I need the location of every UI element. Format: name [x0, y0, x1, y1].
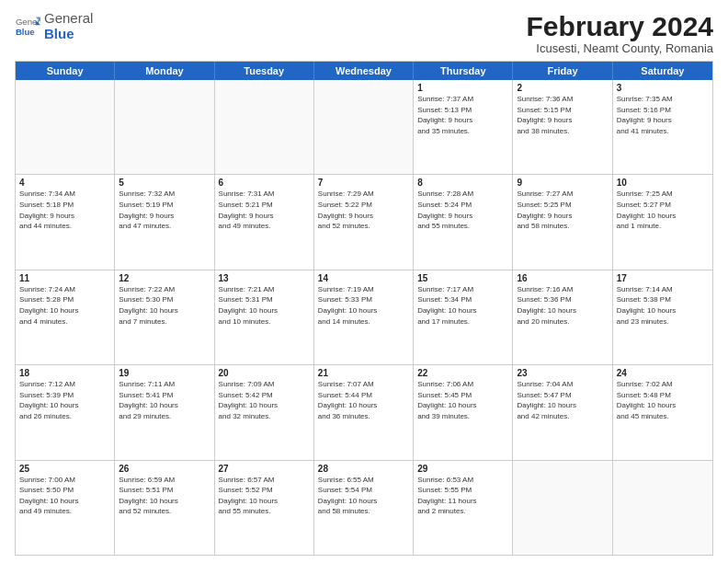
subtitle: Icusesti, Neamt County, Romania: [527, 41, 713, 55]
logo-general: General: [44, 11, 93, 27]
calendar-cell: 26Sunrise: 6:59 AM Sunset: 5:51 PM Dayli…: [115, 461, 214, 555]
calendar-cell: 14Sunrise: 7:19 AM Sunset: 5:33 PM Dayli…: [314, 270, 414, 364]
calendar-cell: 9Sunrise: 7:27 AM Sunset: 5:25 PM Daylig…: [513, 175, 612, 269]
day-number: 27: [219, 464, 310, 474]
day-info: Sunrise: 7:07 AM Sunset: 5:44 PM Dayligh…: [318, 379, 409, 421]
day-number: 20: [219, 368, 310, 378]
calendar-week: 4Sunrise: 7:34 AM Sunset: 5:18 PM Daylig…: [16, 175, 712, 270]
logo-icon: General Blue: [15, 14, 40, 40]
calendar-cell: 17Sunrise: 7:14 AM Sunset: 5:38 PM Dayli…: [613, 270, 712, 364]
calendar-header-row: SundayMondayTuesdayWednesdayThursdayFrid…: [16, 62, 712, 80]
day-info: Sunrise: 7:36 AM Sunset: 5:15 PM Dayligh…: [517, 94, 608, 136]
day-number: 25: [19, 464, 110, 474]
day-number: 8: [417, 178, 508, 188]
calendar-cell: 11Sunrise: 7:24 AM Sunset: 5:28 PM Dayli…: [16, 270, 115, 364]
calendar-cell: [215, 80, 314, 174]
day-info: Sunrise: 6:59 AM Sunset: 5:51 PM Dayligh…: [119, 475, 210, 517]
calendar-week: 11Sunrise: 7:24 AM Sunset: 5:28 PM Dayli…: [16, 270, 712, 365]
calendar-cell: 13Sunrise: 7:21 AM Sunset: 5:31 PM Dayli…: [215, 270, 314, 364]
calendar-cell: 25Sunrise: 7:00 AM Sunset: 5:50 PM Dayli…: [16, 461, 115, 555]
calendar-cell: [513, 461, 612, 555]
calendar-week: 1Sunrise: 7:37 AM Sunset: 5:13 PM Daylig…: [16, 80, 712, 175]
day-number: 12: [119, 273, 210, 283]
calendar-cell: 19Sunrise: 7:11 AM Sunset: 5:41 PM Dayli…: [115, 365, 214, 459]
day-number: 26: [119, 464, 210, 474]
day-number: 3: [617, 83, 709, 93]
day-info: Sunrise: 7:27 AM Sunset: 5:25 PM Dayligh…: [517, 189, 608, 231]
day-info: Sunrise: 6:57 AM Sunset: 5:52 PM Dayligh…: [219, 475, 310, 517]
day-number: 11: [19, 273, 110, 283]
calendar-cell: 6Sunrise: 7:31 AM Sunset: 5:21 PM Daylig…: [215, 175, 314, 269]
day-info: Sunrise: 7:17 AM Sunset: 5:34 PM Dayligh…: [417, 284, 508, 327]
day-info: Sunrise: 7:22 AM Sunset: 5:30 PM Dayligh…: [119, 284, 210, 327]
day-number: 16: [517, 273, 608, 283]
day-number: 7: [318, 178, 409, 188]
day-number: 28: [318, 464, 409, 474]
calendar-cell: 2Sunrise: 7:36 AM Sunset: 5:15 PM Daylig…: [513, 80, 612, 174]
calendar: SundayMondayTuesdayWednesdayThursdayFrid…: [15, 61, 713, 556]
day-number: 1: [417, 83, 508, 93]
logo: General Blue General Blue: [15, 11, 93, 41]
calendar-header-cell: Saturday: [613, 62, 712, 80]
svg-text:Blue: Blue: [16, 26, 35, 36]
calendar-cell: 24Sunrise: 7:02 AM Sunset: 5:48 PM Dayli…: [613, 365, 712, 459]
calendar-header-cell: Wednesday: [314, 62, 414, 80]
day-number: 17: [617, 273, 709, 283]
day-number: 14: [318, 273, 409, 283]
main-title: February 2024: [527, 11, 713, 41]
day-number: 21: [318, 368, 409, 378]
calendar-cell: 23Sunrise: 7:04 AM Sunset: 5:47 PM Dayli…: [513, 365, 612, 459]
calendar-cell: [16, 80, 115, 174]
calendar-cell: 1Sunrise: 7:37 AM Sunset: 5:13 PM Daylig…: [414, 80, 513, 174]
calendar-header-cell: Thursday: [414, 62, 513, 80]
day-number: 24: [617, 368, 709, 378]
day-info: Sunrise: 7:29 AM Sunset: 5:22 PM Dayligh…: [318, 189, 409, 231]
day-info: Sunrise: 7:37 AM Sunset: 5:13 PM Dayligh…: [417, 94, 508, 136]
day-info: Sunrise: 7:14 AM Sunset: 5:38 PM Dayligh…: [617, 284, 709, 327]
day-number: 4: [19, 178, 110, 188]
day-info: Sunrise: 7:25 AM Sunset: 5:27 PM Dayligh…: [617, 189, 709, 231]
day-number: 15: [417, 273, 508, 283]
calendar-cell: 21Sunrise: 7:07 AM Sunset: 5:44 PM Dayli…: [314, 365, 414, 459]
calendar-cell: 27Sunrise: 6:57 AM Sunset: 5:52 PM Dayli…: [215, 461, 314, 555]
header: General Blue General Blue February 2024 …: [15, 11, 713, 55]
day-number: 5: [119, 178, 210, 188]
day-number: 22: [417, 368, 508, 378]
calendar-week: 25Sunrise: 7:00 AM Sunset: 5:50 PM Dayli…: [16, 461, 712, 555]
logo-text: General Blue: [44, 11, 93, 41]
day-info: Sunrise: 7:19 AM Sunset: 5:33 PM Dayligh…: [318, 284, 409, 327]
day-info: Sunrise: 7:35 AM Sunset: 5:16 PM Dayligh…: [617, 94, 709, 136]
calendar-cell: 8Sunrise: 7:28 AM Sunset: 5:24 PM Daylig…: [414, 175, 513, 269]
day-info: Sunrise: 7:02 AM Sunset: 5:48 PM Dayligh…: [617, 379, 709, 421]
day-info: Sunrise: 7:04 AM Sunset: 5:47 PM Dayligh…: [517, 379, 608, 421]
calendar-header-cell: Sunday: [16, 62, 115, 80]
day-info: Sunrise: 6:55 AM Sunset: 5:54 PM Dayligh…: [318, 475, 409, 517]
day-info: Sunrise: 7:11 AM Sunset: 5:41 PM Dayligh…: [119, 379, 210, 421]
day-number: 19: [119, 368, 210, 378]
calendar-cell: 16Sunrise: 7:16 AM Sunset: 5:36 PM Dayli…: [513, 270, 612, 364]
calendar-cell: 12Sunrise: 7:22 AM Sunset: 5:30 PM Dayli…: [115, 270, 214, 364]
calendar-cell: [115, 80, 214, 174]
calendar-cell: 7Sunrise: 7:29 AM Sunset: 5:22 PM Daylig…: [314, 175, 414, 269]
day-info: Sunrise: 6:53 AM Sunset: 5:55 PM Dayligh…: [417, 475, 508, 517]
calendar-header-cell: Tuesday: [215, 62, 314, 80]
day-info: Sunrise: 7:21 AM Sunset: 5:31 PM Dayligh…: [219, 284, 310, 327]
calendar-cell: 15Sunrise: 7:17 AM Sunset: 5:34 PM Dayli…: [414, 270, 513, 364]
logo-blue: Blue: [44, 27, 93, 42]
calendar-cell: 10Sunrise: 7:25 AM Sunset: 5:27 PM Dayli…: [613, 175, 712, 269]
day-info: Sunrise: 7:09 AM Sunset: 5:42 PM Dayligh…: [219, 379, 310, 421]
calendar-cell: 3Sunrise: 7:35 AM Sunset: 5:16 PM Daylig…: [613, 80, 712, 174]
day-info: Sunrise: 7:28 AM Sunset: 5:24 PM Dayligh…: [417, 189, 508, 231]
day-info: Sunrise: 7:06 AM Sunset: 5:45 PM Dayligh…: [417, 379, 508, 421]
day-info: Sunrise: 7:34 AM Sunset: 5:18 PM Dayligh…: [19, 189, 110, 231]
calendar-cell: [613, 461, 712, 555]
calendar-cell: 18Sunrise: 7:12 AM Sunset: 5:39 PM Dayli…: [16, 365, 115, 459]
day-info: Sunrise: 7:24 AM Sunset: 5:28 PM Dayligh…: [19, 284, 110, 327]
day-number: 23: [517, 368, 608, 378]
calendar-week: 18Sunrise: 7:12 AM Sunset: 5:39 PM Dayli…: [16, 365, 712, 460]
day-number: 9: [517, 178, 608, 188]
day-info: Sunrise: 7:31 AM Sunset: 5:21 PM Dayligh…: [219, 189, 310, 231]
day-info: Sunrise: 7:16 AM Sunset: 5:36 PM Dayligh…: [517, 284, 608, 327]
day-info: Sunrise: 7:00 AM Sunset: 5:50 PM Dayligh…: [19, 475, 110, 517]
day-info: Sunrise: 7:12 AM Sunset: 5:39 PM Dayligh…: [19, 379, 110, 421]
